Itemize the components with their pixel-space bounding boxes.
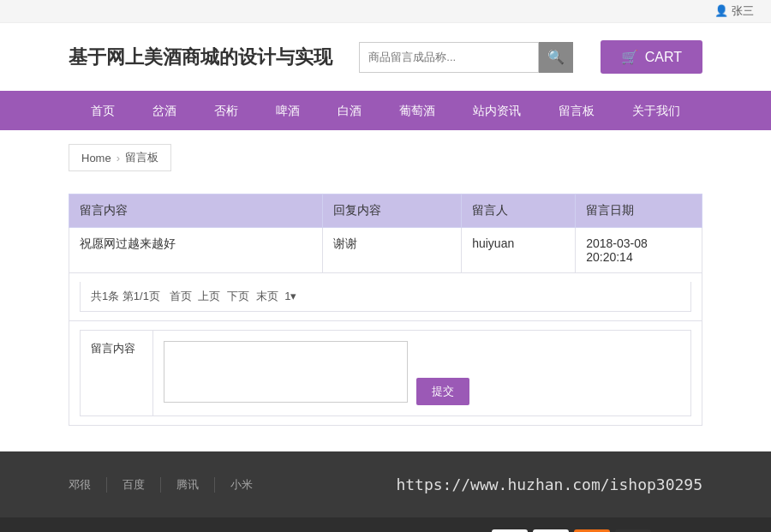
prev-page-link[interactable]: 上页 bbox=[198, 290, 220, 302]
pagination-text: 共1条 第1/1页 bbox=[91, 290, 166, 302]
page-select: 1▾ bbox=[284, 290, 296, 302]
site-title: 基于网上美酒商城的设计与实现 bbox=[69, 45, 332, 70]
message-table: 留言内容 回复内容 留言人 留言日期 祝愿网过越来越好 谢谢 huiyuan 2… bbox=[69, 194, 702, 426]
nav-item-wine2[interactable]: 否桁 bbox=[195, 91, 257, 130]
cart-label: CART bbox=[645, 50, 682, 65]
table-row: 祝愿网过越来越好 谢谢 huiyuan 2018-03-08 20:20:14 bbox=[69, 228, 702, 273]
nav-item-grape[interactable]: 葡萄酒 bbox=[380, 91, 454, 130]
col-header-reply: 回复内容 bbox=[322, 194, 462, 228]
cell-reply: 谢谢 bbox=[322, 228, 462, 273]
nav-item-board[interactable]: 留言板 bbox=[540, 91, 613, 130]
breadcrumb-current: 留言板 bbox=[125, 150, 158, 165]
nav-item-home[interactable]: 首页 bbox=[72, 91, 134, 130]
username: 张三 bbox=[732, 4, 754, 17]
footer-link-1[interactable]: 百度 bbox=[107, 477, 161, 493]
footer-top: 邓很 百度 腾讯 小米 https://www.huzhan.com/ishop… bbox=[0, 451, 771, 517]
footer-link-2[interactable]: 腾讯 bbox=[161, 477, 215, 493]
breadcrumb-separator: › bbox=[117, 152, 120, 164]
breadcrumb: Home › 留言板 bbox=[69, 144, 171, 171]
leave-message-label: 留言内容 bbox=[91, 342, 142, 355]
header: 基于网上美酒商城的设计与实现 🔍 🛒 CART bbox=[0, 23, 771, 91]
pagination-row: 共1条 第1/1页 首页 上页 下页 末页 1▾ bbox=[69, 273, 702, 321]
search-area: 🔍 bbox=[359, 42, 573, 73]
main-nav: 首页 岔酒 否桁 啤酒 白酒 葡萄酒 站内资讯 留言板 关于我们 bbox=[0, 91, 771, 130]
footer-bottom: Copyright © Company name All rights rese… bbox=[0, 517, 771, 532]
leave-message-row: 留言内容 提交 bbox=[69, 321, 702, 426]
breadcrumb-area: Home › 留言板 bbox=[0, 130, 771, 185]
footer-url: https://www.huzhan.com/ishop30295 bbox=[396, 475, 702, 493]
col-header-content: 留言内容 bbox=[69, 194, 323, 228]
user-icon: 👤 bbox=[714, 4, 728, 17]
nav-item-beer[interactable]: 啤酒 bbox=[257, 91, 319, 130]
cart-icon: 🛒 bbox=[621, 49, 638, 65]
main-content: 留言内容 回复内容 留言人 留言日期 祝愿网过越来越好 谢谢 huiyuan 2… bbox=[0, 185, 771, 451]
nav-item-about[interactable]: 关于我们 bbox=[613, 91, 699, 130]
footer-link-0[interactable]: 邓很 bbox=[69, 477, 107, 493]
search-input[interactable] bbox=[359, 42, 539, 73]
nav-item-baijiu[interactable]: 白酒 bbox=[319, 91, 380, 130]
leave-message-input[interactable] bbox=[164, 341, 408, 403]
last-page-link[interactable]: 末页 bbox=[256, 290, 278, 302]
nav-item-wine1[interactable]: 岔酒 bbox=[134, 91, 195, 130]
cell-author: huiyuan bbox=[462, 228, 576, 273]
next-page-link[interactable]: 下页 bbox=[227, 290, 249, 302]
cart-button[interactable]: 🛒 CART bbox=[601, 40, 702, 74]
col-header-author: 留言人 bbox=[462, 194, 576, 228]
nav-item-news[interactable]: 站内资讯 bbox=[454, 91, 540, 130]
footer-links: 邓很 百度 腾讯 小米 bbox=[69, 477, 268, 493]
search-button[interactable]: 🔍 bbox=[539, 42, 573, 73]
first-page-link[interactable]: 首页 bbox=[170, 290, 192, 302]
submit-button[interactable]: 提交 bbox=[416, 378, 469, 405]
breadcrumb-home[interactable]: Home bbox=[81, 152, 111, 164]
footer-link-3[interactable]: 小米 bbox=[215, 477, 268, 493]
pagination: 共1条 第1/1页 首页 上页 下页 末页 1▾ bbox=[80, 282, 691, 312]
cell-date: 2018-03-08 20:20:14 bbox=[576, 228, 702, 273]
col-header-date: 留言日期 bbox=[576, 194, 702, 228]
cell-content: 祝愿网过越来越好 bbox=[69, 228, 323, 273]
top-bar: 👤 张三 bbox=[0, 0, 771, 23]
